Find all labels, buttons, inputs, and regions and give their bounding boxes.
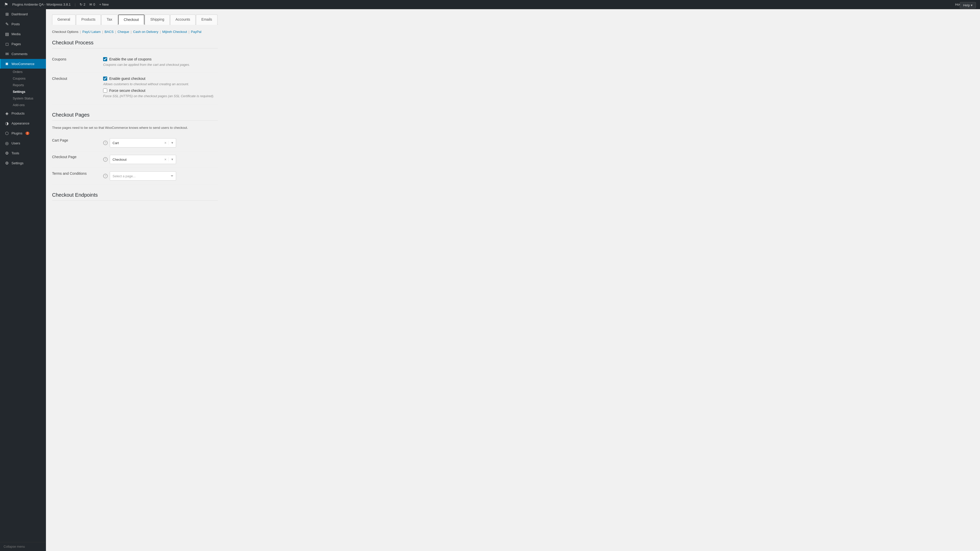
- tools-icon: ⚙: [4, 151, 10, 156]
- sidebar-item-appearance[interactable]: ◑ Appearance: [0, 118, 46, 128]
- checkout-page-field-wrapper: ? Checkout × ▼: [103, 155, 218, 164]
- cart-page-value: Cart: [110, 141, 162, 145]
- force-ssl-label[interactable]: Force secure checkout: [109, 89, 145, 93]
- plugins-badge: 2: [25, 132, 30, 135]
- settings-tabs: General Products Tax Checkout Shipping A…: [52, 14, 218, 25]
- checkout-options-nav: Checkout Options | PayU Latam | BACS | C…: [52, 30, 218, 34]
- dashboard-icon: ⊞: [4, 12, 10, 17]
- checkout-link-cod[interactable]: Cash on Delivery: [133, 30, 158, 34]
- sidebar-label-posts: Posts: [11, 22, 20, 26]
- products-icon: ◈: [4, 111, 10, 116]
- sidebar-label-plugins: Plugins: [11, 131, 22, 135]
- guest-checkout-label[interactable]: Enable guest checkout: [109, 76, 145, 81]
- sidebar-item-users[interactable]: ◎ Users: [0, 138, 46, 148]
- comment-count[interactable]: ✉ 0: [89, 3, 95, 6]
- sidebar-item-woo-settings[interactable]: Settings: [9, 89, 46, 95]
- plugins-icon: ⬡: [4, 131, 10, 136]
- sidebar-item-posts[interactable]: ✎ Posts: [0, 19, 46, 29]
- terms-page-select[interactable]: Select a page...: [110, 171, 176, 181]
- cart-page-select[interactable]: Cart × ▼: [110, 138, 176, 148]
- coupons-enable-label[interactable]: Enable the use of coupons: [109, 57, 151, 61]
- checkout-page-label: Checkout Page: [52, 155, 76, 159]
- coupons-enable-checkbox[interactable]: [103, 57, 107, 61]
- terms-field-wrapper: ? Select a page...: [103, 171, 218, 181]
- sidebar-item-woocommerce[interactable]: ◙ WooCommerce: [0, 59, 46, 68]
- tab-checkout[interactable]: Checkout: [118, 14, 145, 25]
- checkout-page-help-icon[interactable]: ?: [103, 157, 108, 162]
- sidebar-item-tools[interactable]: ⚙ Tools: [0, 148, 46, 158]
- checkout-page-clear-button[interactable]: ×: [162, 157, 169, 162]
- cart-page-dropdown-arrow[interactable]: ▼: [169, 141, 176, 144]
- sidebar-item-comments[interactable]: ✉ Comments: [0, 49, 46, 59]
- new-button[interactable]: + New: [99, 3, 109, 6]
- admin-bar: ⚑ Plugins Ambiente QA - Wordpress 3.8.1 …: [0, 0, 980, 9]
- sidebar-item-media[interactable]: ▤ Media: [0, 29, 46, 39]
- sidebar-label-pages: Pages: [11, 42, 21, 46]
- woocommerce-icon: ◙: [4, 62, 10, 66]
- coupons-row: Coupons Enable the use of coupons Coupon…: [52, 54, 218, 73]
- users-icon: ◎: [4, 141, 10, 146]
- sidebar-item-orders[interactable]: Orders: [9, 68, 46, 75]
- tab-emails[interactable]: Emails: [196, 14, 218, 25]
- tab-accounts[interactable]: Accounts: [170, 14, 196, 25]
- tab-products[interactable]: Products: [76, 14, 101, 25]
- guest-checkout-helper: Allows customers to checkout without cre…: [103, 82, 218, 86]
- checkout-link-mijireh[interactable]: Mijireh Checkout: [162, 30, 187, 34]
- cart-page-help-icon[interactable]: ?: [103, 141, 108, 145]
- guest-checkout-checkbox[interactable]: [103, 76, 107, 81]
- sidebar-label-comments: Comments: [11, 52, 27, 56]
- sidebar-label-media: Media: [11, 32, 21, 36]
- settings-icon: ⚙: [4, 161, 10, 165]
- checkout-link-bacs[interactable]: BACS: [105, 30, 114, 34]
- terms-help-icon[interactable]: ?: [103, 174, 108, 178]
- terms-row: Terms and Conditions ? Select a page...: [52, 168, 218, 184]
- appearance-icon: ◑: [4, 121, 10, 126]
- checkout-page-dropdown-arrow[interactable]: ▼: [169, 158, 176, 161]
- sidebar-item-plugins[interactable]: ⬡ Plugins 2: [0, 128, 46, 138]
- checkout-endpoints-title: Checkout Endpoints: [52, 192, 218, 201]
- checkout-link-paypal[interactable]: PayPal: [191, 30, 201, 34]
- coupons-enable-row: Enable the use of coupons: [103, 57, 218, 61]
- checkout-link-cheque[interactable]: Cheque: [118, 30, 129, 34]
- coupons-helper: Coupons can be applied from the cart and…: [103, 63, 218, 67]
- sidebar-item-products[interactable]: ◈ Products: [0, 108, 46, 118]
- posts-icon: ✎: [4, 22, 10, 27]
- sidebar-label-tools: Tools: [11, 151, 19, 155]
- sidebar-item-coupons[interactable]: Coupons: [9, 75, 46, 82]
- tab-tax[interactable]: Tax: [101, 14, 118, 25]
- wp-logo-icon[interactable]: ⚑: [4, 2, 8, 7]
- sidebar-woo-submenu: Orders Coupons Reports Settings System S…: [0, 68, 46, 108]
- cart-page-field-wrapper: ? Cart × ▼: [103, 138, 218, 148]
- collapse-menu-button[interactable]: Collapse menu: [0, 542, 46, 551]
- update-count[interactable]: ↻ 2: [80, 3, 85, 6]
- cart-page-label: Cart Page: [52, 138, 68, 142]
- terms-label: Terms and Conditions: [52, 171, 86, 176]
- sidebar-item-add-ons[interactable]: Add-ons: [9, 102, 46, 108]
- help-button[interactable]: Help ▾: [960, 2, 976, 8]
- sidebar-item-reports[interactable]: Reports: [9, 82, 46, 89]
- checkout-pages-title: Checkout Pages: [52, 112, 218, 121]
- cart-page-clear-button[interactable]: ×: [162, 141, 169, 145]
- force-ssl-checkbox[interactable]: [103, 89, 107, 93]
- checkout-process-table: Coupons Enable the use of coupons Coupon…: [52, 54, 218, 104]
- sidebar-label-woocommerce: WooCommerce: [11, 62, 35, 66]
- checkout-link-payu[interactable]: PayU Latam: [83, 30, 101, 34]
- sidebar: ⊞ Dashboard ✎ Posts ▤ Media ◻ Pages ✉ Co…: [0, 9, 46, 551]
- force-ssl-helper: Force SSL (HTTPS) on the checkout pages …: [103, 94, 218, 98]
- sidebar-label-settings: Settings: [11, 161, 24, 165]
- guest-checkout-row: Enable guest checkout: [103, 76, 218, 81]
- page-content: General Products Tax Checkout Shipping A…: [46, 9, 224, 551]
- media-icon: ▤: [4, 32, 10, 37]
- sidebar-item-system-status[interactable]: System Status: [9, 95, 46, 102]
- admin-bar-site-name[interactable]: Plugins Ambiente QA - Wordpress 3.8.1: [12, 3, 71, 6]
- tab-general[interactable]: General: [52, 14, 76, 25]
- checkout-pages-table: Cart Page ? Cart × ▼ Checkout: [52, 135, 218, 184]
- sidebar-item-dashboard[interactable]: ⊞ Dashboard: [0, 9, 46, 19]
- coupons-label: Coupons: [52, 54, 103, 73]
- sidebar-label-appearance: Appearance: [11, 121, 29, 125]
- cart-page-row: Cart Page ? Cart × ▼: [52, 135, 218, 151]
- tab-shipping[interactable]: Shipping: [145, 14, 170, 25]
- sidebar-item-pages[interactable]: ◻ Pages: [0, 39, 46, 49]
- sidebar-item-settings[interactable]: ⚙ Settings: [0, 158, 46, 168]
- checkout-page-select[interactable]: Checkout × ▼: [110, 155, 176, 164]
